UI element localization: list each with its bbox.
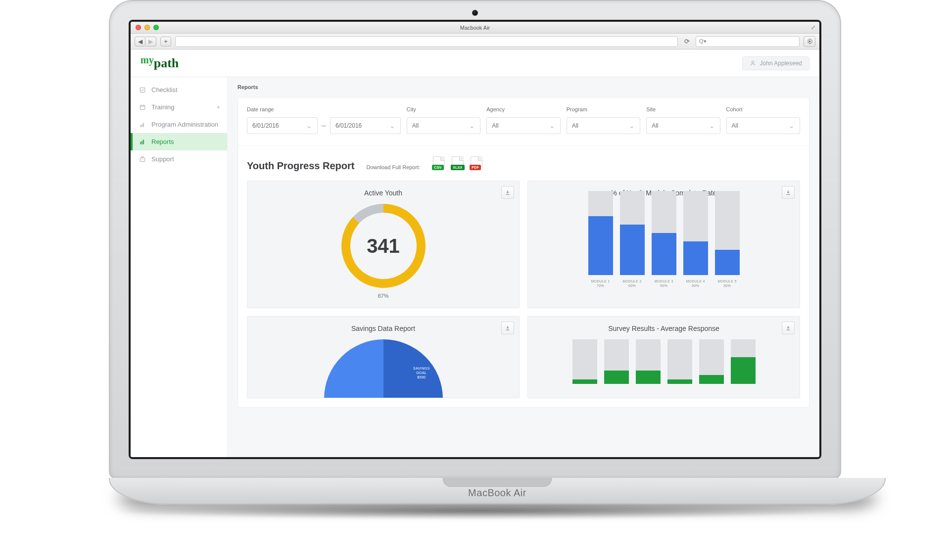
device-model-label: MacBook Air <box>468 487 526 499</box>
camera-icon <box>472 10 478 16</box>
filter-label: Site <box>646 106 720 112</box>
svg-point-1 <box>752 61 754 63</box>
chevron-down-icon: ⌄ <box>306 122 312 130</box>
chevron-down-icon: ⌄ <box>629 122 635 130</box>
card-survey-results: Survey Results - Average Response <box>527 316 800 398</box>
browser-search-input[interactable]: Q▾ <box>696 36 800 47</box>
card-savings-data: Savings Data Report SAVINGS GOAL $500 <box>247 316 520 398</box>
filter-label: Program <box>567 106 640 112</box>
chevron-down-icon: ⌄ <box>389 122 395 130</box>
pie-chart: SAVINGS GOAL $500 <box>324 339 443 398</box>
sidebar: Checklist Training + <box>131 77 228 457</box>
sidebar-item-label: Support <box>151 155 174 163</box>
reload-icon[interactable]: ⟳ <box>682 38 692 45</box>
user-name: John Appleseed <box>760 60 802 67</box>
donut-chart: 341 <box>341 204 426 288</box>
training-icon <box>139 104 146 111</box>
filters-row: Date range 6/01/2016 ⌄ – <box>238 97 809 145</box>
download-icon <box>505 189 511 195</box>
agency-select[interactable]: All⌄ <box>486 117 560 134</box>
sidebar-item-reports[interactable]: Reports <box>131 133 227 150</box>
bar-chart: MODULE 170% MODULE 260% MODULE 350% MODU… <box>536 204 792 288</box>
svg-rect-3 <box>140 105 144 109</box>
date-from-select[interactable]: 6/01/2016 ⌄ <box>247 117 318 134</box>
card-module-complete: % of Youth Module Complete Rate MODULE 1… <box>527 181 800 308</box>
browser-settings-button[interactable] <box>804 36 815 47</box>
expand-icon: + <box>216 103 220 111</box>
city-select[interactable]: All⌄ <box>407 117 480 134</box>
card-title: Survey Results - Average Response <box>536 325 792 332</box>
user-icon <box>750 60 756 66</box>
sidebar-item-label: Reports <box>151 138 174 145</box>
filter-label: Cohort <box>726 106 800 112</box>
admin-icon <box>139 121 146 128</box>
svg-rect-2 <box>140 88 144 92</box>
download-icon <box>785 189 791 195</box>
filter-label: City <box>407 106 480 112</box>
expand-icon[interactable]: ⤢ <box>811 24 815 31</box>
bar-chart <box>536 339 792 384</box>
download-label: Download Full Report: <box>366 164 420 170</box>
sidebar-item-checklist[interactable]: Checklist <box>131 81 227 98</box>
filter-label: Agency <box>486 106 560 112</box>
program-select[interactable]: All⌄ <box>567 117 640 134</box>
app-logo: mypath <box>141 56 179 71</box>
checklist-icon <box>139 87 146 93</box>
breadcrumb: Reports <box>228 77 819 97</box>
download-csv-button[interactable]: CSV <box>432 158 446 169</box>
url-input[interactable] <box>175 36 678 47</box>
date-to-select[interactable]: 6/01/2016 ⌄ <box>330 117 401 134</box>
svg-rect-9 <box>143 140 144 144</box>
chevron-down-icon: ⌄ <box>709 122 715 130</box>
sidebar-item-label: Training <box>151 103 174 111</box>
os-titlebar: Macbook Air ⤢ <box>131 22 819 34</box>
nav-forward-button[interactable]: ▶ <box>145 37 156 47</box>
sidebar-item-support[interactable]: Support <box>131 150 227 168</box>
svg-rect-5 <box>142 124 142 127</box>
download-pdf-button[interactable]: PDF <box>470 158 483 169</box>
card-download-button[interactable] <box>501 186 514 199</box>
svg-rect-4 <box>140 125 141 127</box>
sidebar-item-label: Checklist <box>151 86 178 93</box>
sidebar-item-admin[interactable]: Program Administration <box>131 116 227 133</box>
card-download-button[interactable] <box>782 322 795 334</box>
donut-percent: 87% <box>378 293 388 299</box>
download-icon <box>505 325 511 331</box>
traffic-zoom-icon[interactable] <box>153 25 159 30</box>
card-active-youth: Active Youth 341 87% <box>247 181 520 308</box>
download-xlsx-button[interactable]: XLSX <box>451 158 465 169</box>
sidebar-item-training[interactable]: Training + <box>131 98 227 116</box>
pie-slice-label: SAVINGS GOAL $500 <box>413 366 429 379</box>
browser-toolbar: ◀ ▶ + ⟳ Q▾ <box>131 34 819 49</box>
card-download-button[interactable] <box>782 186 795 199</box>
svg-rect-7 <box>140 142 141 144</box>
svg-rect-6 <box>143 123 144 127</box>
svg-point-0 <box>808 41 810 42</box>
chevron-down-icon: ⌄ <box>789 122 795 130</box>
donut-value: 341 <box>341 204 426 288</box>
window-title: Macbook Air <box>460 25 490 31</box>
report-title: Youth Progress Report <box>247 160 354 172</box>
new-tab-button[interactable]: + <box>160 37 171 47</box>
svg-rect-8 <box>142 140 142 144</box>
traffic-minimize-icon[interactable] <box>144 25 150 30</box>
chevron-down-icon: ⌄ <box>549 122 555 130</box>
nav-back-button[interactable]: ◀ <box>135 37 145 47</box>
card-title: Active Youth <box>255 189 511 197</box>
reports-icon <box>139 139 146 145</box>
filter-label: Date range <box>247 106 401 112</box>
sidebar-item-label: Program Administration <box>151 121 218 128</box>
support-icon <box>139 156 146 163</box>
user-menu[interactable]: John Appleseed <box>742 56 809 70</box>
site-select[interactable]: All⌄ <box>646 117 720 134</box>
cohort-select[interactable]: All⌄ <box>726 117 800 134</box>
card-title: Savings Data Report <box>255 325 511 332</box>
card-download-button[interactable] <box>501 322 514 334</box>
traffic-close-icon[interactable] <box>136 25 141 30</box>
chevron-down-icon: ⌄ <box>469 122 475 130</box>
laptop-mockup: Macbook Air ⤢ ◀ ▶ + ⟳ Q▾ <box>109 0 841 519</box>
download-icon <box>785 325 791 331</box>
